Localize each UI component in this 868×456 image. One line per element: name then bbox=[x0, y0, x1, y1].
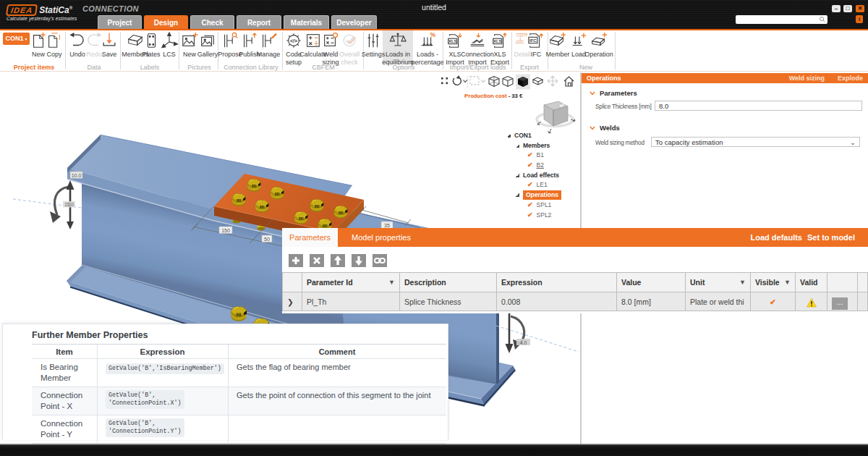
svg-text:IFC: IFC bbox=[529, 38, 537, 43]
svg-text:35: 35 bbox=[384, 223, 390, 228]
svg-text:15.0: 15.0 bbox=[64, 202, 74, 207]
svg-text:10.0: 10.0 bbox=[72, 173, 82, 178]
svg-text:XLS: XLS bbox=[493, 39, 502, 43]
svg-text:4.0: 4.0 bbox=[520, 340, 527, 345]
svg-text:50: 50 bbox=[264, 237, 270, 242]
svg-text:XLS: XLS bbox=[448, 39, 457, 43]
svg-text:%: % bbox=[430, 32, 436, 38]
svg-text:150: 150 bbox=[221, 228, 230, 233]
